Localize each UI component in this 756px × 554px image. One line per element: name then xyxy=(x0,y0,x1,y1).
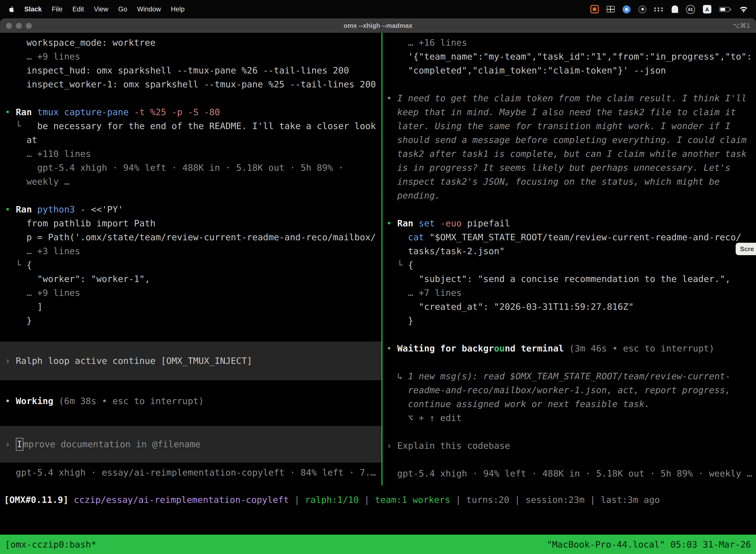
ralph-loop-banner[interactable]: › Ralph loop active continue [OMX_TMUX_I… xyxy=(0,341,381,380)
zoom-button[interactable] xyxy=(26,22,32,29)
terminal-line: readme-and-reco/mailbox/worker-1.json, a… xyxy=(382,383,756,397)
terminal-line: ↳ 1 new msg(s): read $OMX_TEAM_STATE_ROO… xyxy=(382,369,756,383)
terminal-line: continue assigned work or next feasible … xyxy=(382,397,756,411)
minimize-button[interactable] xyxy=(16,22,22,29)
menu-item-go[interactable]: Go xyxy=(113,5,132,13)
window-title: omx --xhigh --madmax xyxy=(343,22,412,29)
terminal-line xyxy=(0,91,381,105)
terminal-line: "worker": "worker-1", xyxy=(0,272,381,286)
terminal-line: task2 after task1 is complete, but can I… xyxy=(382,147,756,161)
terminal-line: "subject": "send a concise recommendatio… xyxy=(382,272,756,286)
terminal-line xyxy=(382,77,756,91)
terminal-line: • Ran tmux capture-pane -t %25 -p -S -80 xyxy=(0,105,381,119)
terminal-line: gpt-5.4 xhigh · 94% left · 488K in · 5.1… xyxy=(0,161,381,175)
terminal-line: "completed","claim_token":"claim-token"}… xyxy=(382,63,756,77)
left-pane[interactable]: workspace_mode: worktree … +9 lines insp… xyxy=(0,33,381,486)
active-app-name[interactable]: Slack xyxy=(19,5,47,13)
traffic-lights xyxy=(6,18,32,33)
terminal-line: ⌥ + ↑ edit xyxy=(382,411,756,425)
close-button[interactable] xyxy=(6,22,12,29)
terminal-line: … +110 lines xyxy=(0,147,381,161)
keyboard-input-icon[interactable]: A xyxy=(703,5,711,13)
terminal-line xyxy=(382,453,756,466)
terminal-line: "created_at": "2026-03-31T11:59:27.816Z" xyxy=(382,300,756,314)
menu-bar: Slack FileEditViewGoWindowHelp 61 A xyxy=(0,0,756,18)
tmux-session-label: [omx-cczip0:bash* xyxy=(5,539,96,550)
left-pane-status: gpt-5.4 xhigh · essay/ai-reimplementatio… xyxy=(0,466,381,480)
terminal-line xyxy=(382,203,756,216)
terminal-line: workspace_mode: worktree xyxy=(0,36,381,50)
terminal-line: inspect task2's JSON, focusing on the st… xyxy=(382,175,756,189)
terminal-line: is in progress? It seems likely but perh… xyxy=(382,161,756,175)
terminal-line: ] xyxy=(0,300,381,314)
terminal-line: p = Path('.omx/state/team/review-current… xyxy=(0,230,381,244)
grid-app-icon[interactable] xyxy=(607,6,615,12)
terminal-line xyxy=(0,408,381,422)
battery-icon[interactable] xyxy=(719,7,731,12)
terminal-line: } xyxy=(0,314,381,328)
terminal-line: inspect_hud: omx sparkshell --tmux-pane … xyxy=(0,63,381,77)
apple-menu-icon[interactable] xyxy=(8,5,15,13)
terminal-line: • Ran python3 - <<'PY' xyxy=(0,203,381,216)
terminal-line: … +7 lines xyxy=(382,286,756,300)
blue-app-icon[interactable] xyxy=(623,5,630,13)
terminal-line: keep that in mind. Maybe I also need the… xyxy=(382,105,756,119)
terminal-line xyxy=(0,380,381,394)
screen-recording-stop-icon[interactable] xyxy=(590,5,599,13)
menu-item-edit[interactable]: Edit xyxy=(67,5,89,13)
terminal-line: … +9 lines xyxy=(0,286,381,300)
right-pane-status: gpt-5.4 xhigh · 94% left · 488K in · 5.1… xyxy=(382,466,756,481)
menu-bar-status: 61 A xyxy=(590,5,748,14)
prompt-suggestion[interactable]: › Explain this codebase xyxy=(382,439,756,453)
terminal-line: cat "$OMX_TEAM_STATE_ROOT/team/review-cu… xyxy=(382,230,756,244)
right-pane[interactable]: … +16 lines '{"team_name":"my-team","tas… xyxy=(382,33,756,486)
menu-bar-left: Slack FileEditViewGoWindowHelp xyxy=(8,5,189,13)
omx-status-line: [OMX#0.11.9] cczip/essay/ai-reimplementa… xyxy=(0,493,756,507)
terminal-line: • Working (6m 38s • esc to interrupt) xyxy=(0,394,381,408)
terminal-line: └ { xyxy=(0,258,381,272)
tmux-host-label: "MacBook-Pro-44.local" 05:03 31-Mar-26 xyxy=(547,539,751,550)
terminal-line: inspect_worker-1: omx sparkshell --tmux-… xyxy=(0,77,381,91)
terminal-line: └ { xyxy=(382,258,756,272)
menu-item-help[interactable]: Help xyxy=(166,5,190,13)
menu-item-file[interactable]: File xyxy=(47,5,68,13)
ghost-app-icon[interactable] xyxy=(672,5,678,13)
menu-items: FileEditViewGoWindowHelp xyxy=(47,5,190,13)
terminal-line: from pathlib import Path xyxy=(0,216,381,230)
terminal-line: … +3 lines xyxy=(0,244,381,258)
prompt-input[interactable]: › Improve documentation in @filename xyxy=(0,426,381,463)
terminal-line: pending. xyxy=(382,189,756,203)
terminal-line: later. Using the same for transition mig… xyxy=(382,119,756,133)
tmux-status-bar: [omx-cczip0:bash* "MacBook-Pro-44.local"… xyxy=(0,535,756,554)
keyboard-input-label: A xyxy=(705,6,709,12)
terminal-line: … +16 lines xyxy=(382,36,756,50)
terminal-line: └ be necessary for the end of the README… xyxy=(0,119,381,133)
terminal-line: should send a message before completing … xyxy=(382,133,756,147)
battery-percent-icon[interactable]: 61 xyxy=(686,5,695,14)
terminal-line: • Ran set -euo pipefail xyxy=(382,216,756,230)
tmux-panes: workspace_mode: worktree … +9 lines insp… xyxy=(0,33,756,486)
battery-percent-label: 61 xyxy=(688,7,693,12)
terminal-line xyxy=(0,189,381,203)
window-shortcut-label: ⌥⌘1 xyxy=(733,22,750,29)
menu-item-view[interactable]: View xyxy=(89,5,113,13)
terminal-line: } xyxy=(382,314,756,328)
terminal-line xyxy=(382,355,756,369)
terminal-line xyxy=(382,328,756,341)
terminal-line xyxy=(0,328,381,341)
terminal-line: '{"team_name":"my-team","task_id":"1","f… xyxy=(382,50,756,63)
terminal-line: weekly … xyxy=(0,175,381,189)
terminal-line xyxy=(382,425,756,439)
menu-item-window[interactable]: Window xyxy=(132,5,166,13)
terminal: workspace_mode: worktree … +9 lines insp… xyxy=(0,33,756,554)
terminal-line: • Waiting for background terminal (3m 46… xyxy=(382,341,756,355)
terminal-line: tasks/task-2.json" xyxy=(382,244,756,258)
dark-app-icon[interactable] xyxy=(638,5,646,13)
window-titlebar[interactable]: omx --xhigh --madmax ⌥⌘1 xyxy=(0,18,756,33)
dots-app-icon[interactable] xyxy=(654,7,664,11)
screen-share-tooltip[interactable]: Scre xyxy=(736,243,756,255)
terminal-line: … +9 lines xyxy=(0,50,381,63)
terminal-line: • I need to get the claim token from the… xyxy=(382,91,756,105)
wifi-icon[interactable] xyxy=(739,6,748,13)
terminal-line: at xyxy=(0,133,381,147)
